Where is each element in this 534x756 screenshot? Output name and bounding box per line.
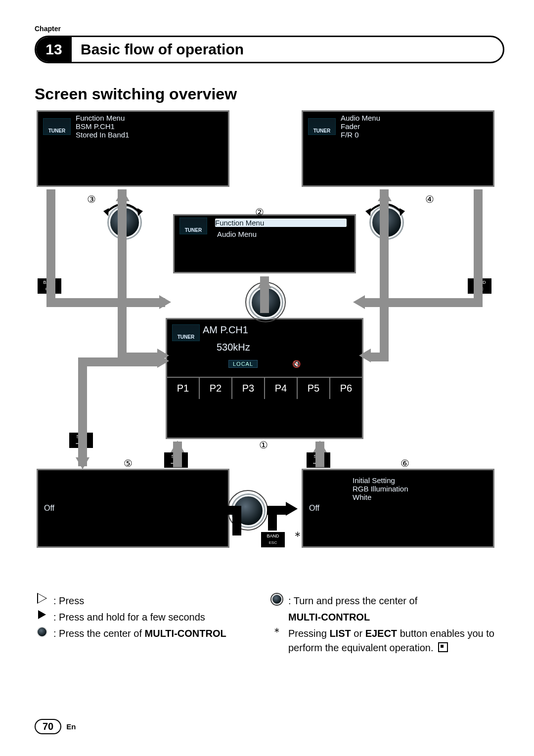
press-arrow-icon bbox=[38, 594, 46, 603]
legend-turn-press: : Turn and press the center of bbox=[288, 594, 417, 608]
preset-button[interactable]: P3 bbox=[232, 378, 265, 399]
page-number: 70 bbox=[35, 719, 61, 734]
callout-5: ⑤ bbox=[124, 457, 133, 469]
preset-button[interactable]: P6 bbox=[330, 378, 362, 399]
menu-line: Fader bbox=[341, 122, 488, 131]
chapter-label: Chapter bbox=[35, 25, 504, 33]
callout-2: ② bbox=[255, 206, 264, 218]
svg-marker-1 bbox=[137, 208, 143, 216]
tuner-badge: TUNER bbox=[179, 218, 207, 234]
legend-multi-control: MULTI-CONTROL bbox=[288, 612, 370, 623]
tuner-badge: TUNER bbox=[172, 324, 200, 341]
knob-small-icon bbox=[37, 626, 47, 637]
callout-6: ⑥ bbox=[400, 457, 409, 469]
menu-line: Initial Setting bbox=[353, 476, 408, 485]
band-esc-button[interactable]: BAND ESC bbox=[261, 532, 285, 547]
svg-marker-2 bbox=[365, 208, 371, 216]
speaker-icon: 🔇 bbox=[292, 360, 301, 368]
menu-line: Audio Menu bbox=[212, 228, 350, 240]
menu-line: Stored In Band1 bbox=[76, 131, 223, 139]
legend-press: : Press bbox=[53, 594, 84, 608]
end-mark-icon bbox=[438, 642, 448, 652]
main-freq: 530kHz bbox=[167, 339, 362, 358]
chapter-title: Basic flow of operation bbox=[72, 41, 244, 58]
menu-line: F/R 0 bbox=[341, 131, 488, 139]
preset-row: P1 P2 P3 P4 P5 P6 bbox=[167, 377, 362, 399]
band-label: BAND bbox=[261, 534, 285, 539]
preset-button[interactable]: P5 bbox=[298, 378, 330, 399]
chapter-number: 13 bbox=[36, 37, 72, 62]
menu-line: BSM P.CH1 bbox=[76, 122, 223, 131]
callout-3: ③ bbox=[87, 193, 96, 205]
page-lang: En bbox=[66, 722, 76, 731]
screen-menu-select: TUNER Function Menu Audio Menu bbox=[173, 214, 356, 273]
legend: : Press : Press and hold for a few secon… bbox=[35, 594, 504, 657]
screen-main-tuner: TUNER AM P.CH1 530kHz LOCAL 🔇 P1 P2 P3 P… bbox=[166, 318, 363, 439]
legend-press-hold: : Press and hold for a few seconds bbox=[53, 610, 205, 624]
legend-star-note: Pressing LIST or EJECT button enables yo… bbox=[288, 626, 504, 655]
knob-ring-small-icon bbox=[271, 594, 282, 605]
menu-line: White bbox=[353, 493, 408, 501]
page-footer: 70 En bbox=[35, 719, 76, 734]
esc-label: ESC bbox=[261, 540, 285, 545]
legend-press-center: : Press the center of MULTI-CONTROL bbox=[53, 626, 226, 641]
callout-1: ① bbox=[259, 439, 268, 451]
press-hold-arrow-icon bbox=[38, 610, 46, 619]
menu-line: Function Menu bbox=[76, 114, 223, 122]
svg-marker-0 bbox=[103, 208, 109, 216]
screen-audio-menu: TUNER Audio Menu Fader F/R 0 bbox=[302, 110, 494, 187]
local-tag: LOCAL bbox=[228, 360, 258, 368]
star-mark: ＊ bbox=[292, 528, 304, 544]
screen-function-menu: TUNER Function Menu BSM P.CH1 Stored In … bbox=[37, 110, 229, 187]
menu-line: Audio Menu bbox=[341, 114, 488, 122]
chapter-title-bar: 13 Basic flow of operation bbox=[35, 36, 504, 63]
tuner-badge: TUNER bbox=[308, 118, 336, 135]
section-heading: Screen switching overview bbox=[35, 85, 504, 103]
menu-line: RGB Illumination bbox=[353, 485, 408, 493]
tuner-badge: TUNER bbox=[43, 118, 71, 135]
callout-4: ④ bbox=[425, 193, 434, 205]
preset-button[interactable]: P2 bbox=[200, 378, 232, 399]
menu-highlight: Function Menu bbox=[215, 219, 347, 227]
off-label: Off bbox=[44, 504, 54, 513]
diagram-canvas: TUNER Function Menu BSM P.CH1 Stored In … bbox=[35, 110, 494, 585]
off-label: Off bbox=[309, 504, 319, 513]
screen-initial-setting: Off Initial Setting RGB Illumination Whi… bbox=[302, 469, 494, 548]
preset-button[interactable]: P4 bbox=[265, 378, 298, 399]
svg-marker-3 bbox=[400, 208, 405, 216]
preset-button[interactable]: P1 bbox=[167, 378, 200, 399]
star-icon: ＊ bbox=[271, 626, 282, 637]
